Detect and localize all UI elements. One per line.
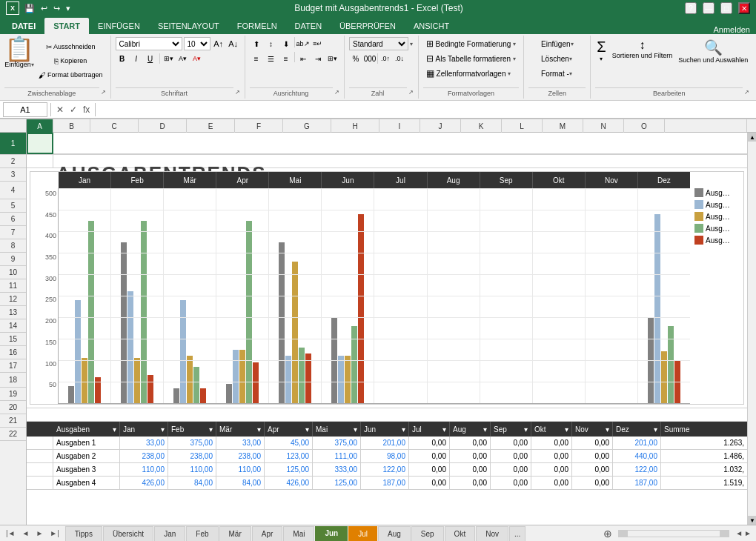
- row19-aug[interactable]: 0,00: [450, 437, 491, 449]
- row22-sep[interactable]: 0,00: [491, 477, 531, 489]
- row22-apr[interactable]: 426,00: [265, 477, 313, 489]
- tab-seitenlayout[interactable]: SEITENLAYOUT: [149, 18, 228, 34]
- sheet-tab-nov[interactable]: Nov: [476, 526, 508, 541]
- row-header-18[interactable]: 18: [0, 373, 26, 388]
- col-header-m[interactable]: M: [543, 119, 583, 133]
- row-header-16[interactable]: 16: [0, 346, 26, 359]
- add-sheet-button[interactable]: ⊕: [603, 528, 612, 540]
- row-header-9[interactable]: 9: [0, 253, 26, 266]
- summe-button[interactable]: Σ ▾: [595, 37, 607, 64]
- col-header-j[interactable]: J: [420, 119, 461, 133]
- row21-aug[interactable]: 0,00: [450, 463, 491, 476]
- row-header-3[interactable]: 3: [0, 168, 26, 182]
- row21-sep[interactable]: 0,00: [491, 463, 531, 476]
- col-header-c[interactable]: C: [90, 119, 139, 133]
- row22-dez[interactable]: 187,00: [613, 477, 661, 489]
- merge-button[interactable]: ⊞▾: [326, 52, 339, 65]
- row19-nov[interactable]: 0,00: [572, 437, 613, 449]
- maximize-button[interactable]: □: [720, 2, 732, 14]
- copy-button[interactable]: ⎘ Kopieren: [36, 54, 106, 67]
- row22-feb[interactable]: 84,00: [168, 477, 216, 489]
- row-header-22[interactable]: 22: [0, 428, 26, 441]
- minimize-button[interactable]: —: [703, 2, 714, 14]
- row-header-1[interactable]: 1: [0, 133, 26, 155]
- row-header-21[interactable]: 21: [0, 414, 26, 428]
- scroll-up-button[interactable]: ▲: [748, 133, 756, 142]
- col-header-i[interactable]: I: [379, 119, 420, 133]
- col-header-h[interactable]: H: [331, 119, 379, 133]
- row22-mar[interactable]: 84,00: [216, 477, 265, 489]
- row-header-2[interactable]: 2: [0, 155, 26, 168]
- font-size-selector[interactable]: 10: [184, 37, 210, 50]
- tab-einfuegen[interactable]: EINFÜGEN: [89, 18, 149, 34]
- sheet-tab-jan[interactable]: Jan: [154, 526, 185, 541]
- thousands-format-button[interactable]: 000: [363, 52, 377, 65]
- increase-font-button[interactable]: A↑: [212, 37, 225, 50]
- bearbeiten-expand[interactable]: ↗: [744, 89, 749, 96]
- sheet-nav-prev[interactable]: ◄: [19, 529, 33, 537]
- decrease-font-button[interactable]: A↓: [227, 37, 240, 50]
- undo-button[interactable]: ↩: [39, 4, 50, 13]
- row-header-19[interactable]: 19: [0, 388, 26, 401]
- paste-button[interactable]: 📋 Einfügen▾: [4, 37, 34, 68]
- col-header-n[interactable]: N: [583, 119, 624, 133]
- row20-mar[interactable]: 238,00: [216, 450, 265, 462]
- chart[interactable]: Jan Feb Mär Apr Mai Jun Jul Aug Sep Okt: [30, 171, 744, 405]
- sheet-nav-next[interactable]: ►: [33, 529, 46, 537]
- zellen-loeschen-button[interactable]: Löschen▾: [538, 52, 575, 65]
- sheet-tab-mar[interactable]: Mär: [219, 526, 251, 541]
- row22-jul[interactable]: 0,00: [409, 477, 450, 489]
- suchen-button[interactable]: 🔍 Suchen und Auswählen: [677, 37, 749, 65]
- decrease-decimal-button[interactable]: .0↓: [393, 52, 406, 65]
- vertical-scrollbar[interactable]: ▲ ▼: [747, 133, 756, 525]
- sheet-tab-okt[interactable]: Okt: [445, 526, 476, 541]
- zwischenablage-expand[interactable]: ↗: [101, 89, 106, 96]
- row19-okt[interactable]: 0,00: [531, 437, 572, 449]
- align-top-button[interactable]: ⬆: [250, 37, 263, 50]
- row20-jul[interactable]: 0,00: [409, 450, 450, 462]
- row19-mar[interactable]: 33,00: [216, 437, 265, 449]
- sheet-tab-tipps[interactable]: Tipps: [65, 526, 102, 541]
- close-button[interactable]: ✕: [738, 2, 750, 14]
- row20-jan[interactable]: 238,00: [120, 450, 168, 462]
- anmelden-button[interactable]: Anmelden: [707, 25, 756, 34]
- col-header-d[interactable]: D: [139, 119, 187, 133]
- zellenformatvorlagen-button[interactable]: ▦ Zellenformatvorlagen ▾: [423, 67, 514, 80]
- row21-mar[interactable]: 110,00: [216, 463, 265, 476]
- formula-input[interactable]: [99, 102, 753, 117]
- row22-summe[interactable]: 1.519,: [661, 477, 747, 489]
- col-header-e[interactable]: E: [187, 119, 235, 133]
- align-middle-button[interactable]: ↕: [265, 37, 278, 50]
- redo-button[interactable]: ↪: [51, 4, 62, 13]
- indent-more-button[interactable]: ⇥: [311, 52, 325, 65]
- row19-label[interactable]: Ausgaben 1: [53, 437, 120, 449]
- col-header-g[interactable]: G: [283, 119, 331, 133]
- cancel-formula-button[interactable]: ✕: [54, 104, 66, 115]
- row-header-5[interactable]: 5: [0, 199, 26, 213]
- align-left-button[interactable]: ≡: [250, 52, 263, 65]
- sheet-tab-mai[interactable]: Mai: [283, 526, 314, 541]
- cut-button[interactable]: ✂ Ausschneiden: [36, 40, 106, 53]
- col-header-k[interactable]: K: [461, 119, 502, 133]
- tab-ueberprufen[interactable]: ÜBERPRÜFEN: [331, 18, 405, 34]
- col-header-o[interactable]: O: [624, 119, 665, 133]
- sheet-tab-jun[interactable]: Jun: [315, 526, 348, 541]
- insert-function-button[interactable]: fx: [81, 104, 92, 115]
- row21-nov[interactable]: 0,00: [572, 463, 613, 476]
- chart-container[interactable]: Jan Feb Mär Apr Mai Jun Jul Aug Sep Okt: [27, 168, 747, 408]
- customize-button[interactable]: ▾: [64, 4, 73, 13]
- row21-jan[interactable]: 110,00: [120, 463, 168, 476]
- row20-mai[interactable]: 111,00: [313, 450, 361, 462]
- row22-aug[interactable]: 0,00: [450, 477, 491, 489]
- row21-apr[interactable]: 125,00: [265, 463, 313, 476]
- row22-nov[interactable]: 0,00: [572, 477, 613, 489]
- row-header-10[interactable]: 10: [0, 266, 26, 279]
- row19-sep[interactable]: 0,00: [491, 437, 531, 449]
- tab-datei[interactable]: DATEI: [3, 18, 44, 34]
- sortieren-button[interactable]: ↕ Sortieren und Filtern: [611, 37, 674, 61]
- cell-a1[interactable]: [27, 133, 53, 154]
- scroll-arrow-right[interactable]: ►: [744, 529, 752, 537]
- sheet-tab-uebersicht[interactable]: Übersicht: [103, 526, 153, 541]
- confirm-formula-button[interactable]: ✓: [67, 104, 79, 115]
- wrap-button[interactable]: ≡↵: [311, 37, 325, 50]
